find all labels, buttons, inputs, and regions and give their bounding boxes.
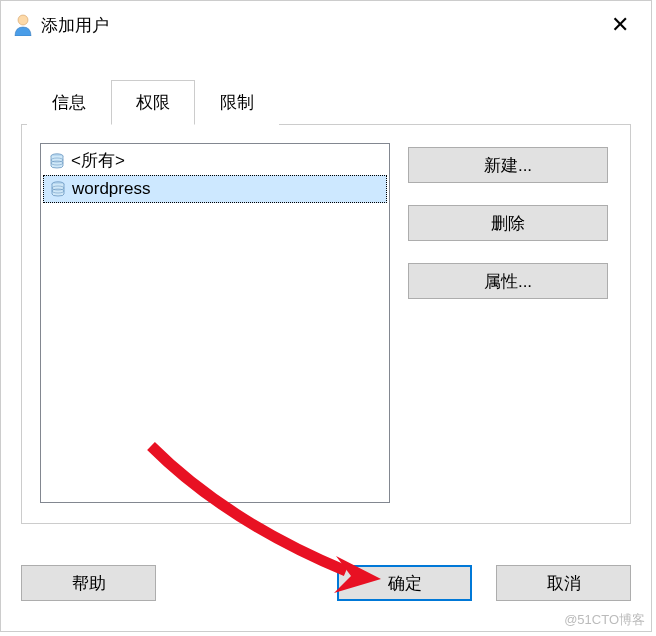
database-icon xyxy=(49,153,65,169)
list-item-wordpress[interactable]: wordpress xyxy=(43,175,387,203)
ok-button[interactable]: 确定 xyxy=(337,565,472,601)
watermark: @51CTO博客 xyxy=(564,611,645,629)
list-item-all[interactable]: <所有> xyxy=(43,146,387,175)
cancel-button[interactable]: 取消 xyxy=(496,565,631,601)
help-button[interactable]: 帮助 xyxy=(21,565,156,601)
tab-info[interactable]: 信息 xyxy=(27,80,111,125)
database-list[interactable]: <所有> wordpress xyxy=(40,143,390,503)
dialog-title: 添加用户 xyxy=(41,14,601,37)
add-user-dialog: 添加用户 ✕ 信息 权限 限制 <所有> xyxy=(0,0,652,632)
new-button[interactable]: 新建... xyxy=(408,147,608,183)
database-icon xyxy=(50,181,66,197)
bottom-button-bar: 帮助 确定 取消 xyxy=(21,565,631,601)
tab-permissions[interactable]: 权限 xyxy=(111,80,195,125)
svg-point-0 xyxy=(18,15,28,25)
tab-limits[interactable]: 限制 xyxy=(195,80,279,125)
permissions-panel: <所有> wordpress 新建... 删除 xyxy=(21,124,631,524)
bottom-right-group: 确定 取消 xyxy=(337,565,631,601)
dialog-content: 信息 权限 限制 <所有> xyxy=(1,49,651,534)
delete-button[interactable]: 删除 xyxy=(408,205,608,241)
tab-strip: 信息 权限 限制 xyxy=(27,79,631,124)
list-label-wordpress: wordpress xyxy=(72,179,150,199)
titlebar: 添加用户 ✕ xyxy=(1,1,651,49)
list-label-all: <所有> xyxy=(71,149,125,172)
side-button-group: 新建... 删除 属性... xyxy=(408,143,608,505)
close-button[interactable]: ✕ xyxy=(601,8,639,42)
properties-button[interactable]: 属性... xyxy=(408,263,608,299)
user-icon xyxy=(13,14,33,36)
